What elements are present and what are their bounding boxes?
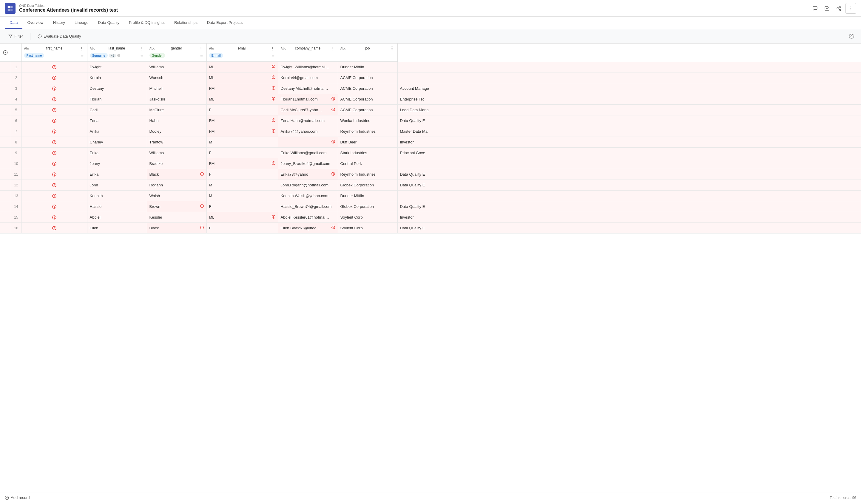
cell-last-name[interactable]: Mitchell (147, 83, 206, 94)
cell-company[interactable]: Duff Beer (338, 137, 397, 148)
cell-gender[interactable]: ML (206, 94, 278, 105)
cell-job[interactable]: Investor (397, 137, 861, 148)
cell-job[interactable]: Data Quality E (397, 115, 861, 126)
cell-company[interactable]: Globex Corporation (338, 201, 397, 212)
cell-job[interactable] (397, 191, 861, 201)
cell-email[interactable]: Florian11hotmail.com (278, 94, 338, 105)
cell-email[interactable]: Anika74@yahoo.com (278, 126, 338, 137)
tab-data[interactable]: Data (5, 17, 22, 29)
cell-first-name[interactable]: Anika (87, 126, 147, 137)
cell-last-name[interactable]: Trantow (147, 137, 206, 148)
cell-first-name[interactable]: Kennith (87, 191, 147, 201)
cell-company[interactable]: Reynholm Industries (338, 169, 397, 180)
col-menu-last-name[interactable]: ⋮ (138, 45, 145, 51)
cell-job[interactable]: Master Data Ma (397, 126, 861, 137)
col-menu-company[interactable]: ⋮ (329, 45, 335, 51)
cell-email[interactable]: Hassie_Brown74@gmail.com (278, 201, 338, 212)
tab-data-quality[interactable]: Data Quality (93, 17, 124, 29)
cell-gender[interactable]: F (206, 105, 278, 115)
cell-email[interactable]: Dwight_Williams@hotmail… (278, 62, 338, 72)
share-button[interactable] (834, 3, 844, 14)
cell-last-name[interactable]: Walsh (147, 191, 206, 201)
col-sort-last-name[interactable] (138, 53, 145, 58)
cell-last-name[interactable]: Wunsch (147, 72, 206, 83)
cell-last-name[interactable]: Jaskolski (147, 94, 206, 105)
cell-gender[interactable]: F (206, 169, 278, 180)
cell-email[interactable]: Ellen.Black61@yhoo… (278, 223, 338, 234)
tab-lineage[interactable]: Lineage (70, 17, 93, 29)
cell-first-name[interactable]: Hassie (87, 201, 147, 212)
cell-last-name[interactable]: Hahn (147, 115, 206, 126)
col-menu-gender[interactable]: ⋮ (198, 45, 204, 51)
cell-email[interactable]: Erika73@yahoo (278, 169, 338, 180)
cell-first-name[interactable]: Florian (87, 94, 147, 105)
cell-company[interactable]: ACME Corporation (338, 105, 397, 115)
cell-last-name[interactable]: Rogahn (147, 180, 206, 191)
cell-last-name[interactable]: Bradtke (147, 158, 206, 169)
cell-company[interactable]: Soylent Corp (338, 212, 397, 223)
cell-job[interactable]: Enterprise Tec (397, 94, 861, 105)
cell-last-name[interactable]: Kessler (147, 212, 206, 223)
tab-data-export[interactable]: Data Export Projects (202, 17, 247, 29)
cell-first-name[interactable]: Ellen (87, 223, 147, 234)
cell-email[interactable]: Joany_Bradtke4@gmail.com (278, 158, 338, 169)
cell-gender[interactable]: F (206, 201, 278, 212)
cell-first-name[interactable]: Destany (87, 83, 147, 94)
cell-job[interactable]: Lead Data Mana (397, 105, 861, 115)
cell-job[interactable]: Principal Gove (397, 148, 861, 158)
cell-gender[interactable]: M (206, 137, 278, 148)
tab-relationships[interactable]: Relationships (169, 17, 202, 29)
cell-email[interactable]: Korbin44@gmail.com (278, 72, 338, 83)
cell-company[interactable]: ACME Corporation (338, 83, 397, 94)
settings-button[interactable] (847, 32, 856, 41)
cell-first-name[interactable]: Erika (87, 148, 147, 158)
cell-email[interactable] (278, 137, 338, 148)
tab-history[interactable]: History (48, 17, 70, 29)
checklist-button[interactable] (822, 3, 832, 14)
cell-gender[interactable]: ML (206, 212, 278, 223)
evaluate-dq-button[interactable]: Evaluate Data Quality (34, 32, 85, 40)
cell-first-name[interactable]: Zena (87, 115, 147, 126)
cell-last-name[interactable]: McClure (147, 105, 206, 115)
cell-first-name[interactable]: Joany (87, 158, 147, 169)
col-sort-email[interactable] (270, 53, 276, 58)
col-sort-first-name[interactable] (79, 53, 85, 58)
cell-job[interactable]: Investor (397, 212, 861, 223)
cell-first-name[interactable]: Carli (87, 105, 147, 115)
table-container[interactable]: Abc first_name ⋮ First name (0, 44, 861, 492)
cell-email[interactable]: Zena.Hahn@hotmail.com (278, 115, 338, 126)
cell-email[interactable]: Destany.Mitchell@hotmai… (278, 83, 338, 94)
cell-last-name[interactable]: Black (147, 169, 206, 180)
col-sort-gender[interactable] (198, 53, 204, 58)
col-menu-job[interactable] (389, 45, 395, 51)
cell-gender[interactable]: ML (206, 62, 278, 72)
cell-job[interactable] (397, 72, 861, 83)
cell-job[interactable] (397, 158, 861, 169)
more-button[interactable] (846, 3, 856, 14)
cell-gender[interactable]: FM (206, 126, 278, 137)
cell-last-name[interactable]: Brown (147, 201, 206, 212)
cell-gender[interactable]: F (206, 223, 278, 234)
col-menu-email[interactable]: ⋮ (270, 45, 276, 51)
cell-job[interactable]: Account Manage (397, 83, 861, 94)
cell-company[interactable]: Globex Corporation (338, 180, 397, 191)
cell-email[interactable]: Abdiel.Kessler61@hotmai… (278, 212, 338, 223)
add-record-button[interactable]: Add record (5, 495, 30, 500)
cell-job[interactable]: Data Quality E (397, 223, 861, 234)
cell-email[interactable]: Erika.Williams@gmail.com (278, 148, 338, 158)
cell-job[interactable]: Data Quality E (397, 180, 861, 191)
cell-first-name[interactable]: Erika (87, 169, 147, 180)
tab-overview[interactable]: Overview (22, 17, 48, 29)
cell-company[interactable]: Stark Industries (338, 148, 397, 158)
cell-last-name[interactable]: Williams (147, 62, 206, 72)
cell-gender[interactable]: F (206, 148, 278, 158)
cell-gender[interactable]: FM (206, 158, 278, 169)
cell-last-name[interactable]: Williams (147, 148, 206, 158)
cell-first-name[interactable]: Abdiel (87, 212, 147, 223)
cell-last-name[interactable]: Dooley (147, 126, 206, 137)
cell-company[interactable]: Dunder Mifflin (338, 191, 397, 201)
tab-profile-dq[interactable]: Profile & DQ insights (124, 17, 169, 29)
cell-email[interactable]: Carli.McClure87-yaho… (278, 105, 338, 115)
cell-gender[interactable]: FM (206, 83, 278, 94)
cell-company[interactable]: Wonka Industries (338, 115, 397, 126)
